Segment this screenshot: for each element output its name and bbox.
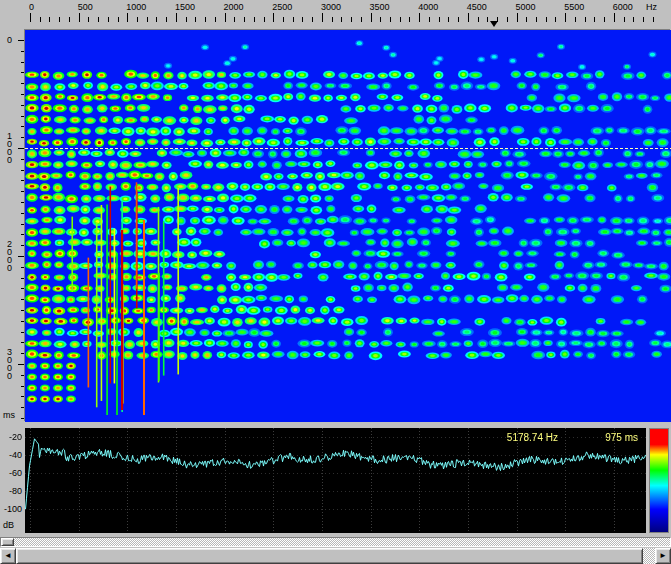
frequency-minor-tick (380, 17, 381, 22)
horizontal-scrollbar: ◄ ► (0, 548, 671, 564)
frequency-tick (614, 13, 615, 22)
frequency-minor-tick (458, 17, 459, 22)
frequency-minor-tick (409, 17, 410, 22)
frequency-tick-label: 500 (78, 2, 93, 12)
time-tick-label: 1000 (7, 132, 17, 164)
frequency-minor-tick (147, 17, 148, 22)
frequency-tick (79, 13, 80, 22)
frequency-minor-tick (98, 17, 99, 22)
frequency-minor-tick (332, 17, 333, 22)
frequency-minor-tick (254, 17, 255, 22)
db-tick-label: -40 (0, 450, 22, 460)
frequency-minor-tick (653, 17, 654, 22)
frequency-minor-tick (643, 17, 644, 22)
frequency-tick (225, 13, 226, 22)
frequency-minor-tick (390, 17, 391, 22)
frequency-minor-tick (507, 17, 508, 22)
time-ruler[interactable]: ms 0100020003000 (0, 30, 25, 422)
frequency-tick-label: 5000 (516, 2, 536, 12)
frequency-ruler[interactable]: Hz 0500100015002000250030003500400045005… (0, 0, 671, 30)
frequency-tick-label: 4000 (418, 2, 438, 12)
frequency-minor-tick (59, 17, 60, 22)
frequency-minor-tick (604, 17, 605, 22)
frequency-minor-tick (108, 17, 109, 22)
frequency-minor-tick (526, 17, 527, 22)
frequency-minor-tick (312, 17, 313, 22)
frequency-tick (371, 13, 372, 22)
frequency-minor-tick (361, 17, 362, 22)
frequency-minor-tick (536, 17, 537, 22)
frequency-minor-tick (585, 17, 586, 22)
frequency-minor-tick (400, 17, 401, 22)
db-tick-label: -100 (0, 504, 22, 514)
frequency-minor-tick (487, 17, 488, 22)
color-scale-legend (649, 428, 669, 533)
frequency-minor-tick (118, 17, 119, 22)
frequency-minor-tick (283, 17, 284, 22)
time-tick-label: 2000 (7, 240, 17, 272)
frequency-tick-label: 6000 (613, 2, 633, 12)
frequency-readout: 5178.74 Hz (507, 432, 558, 443)
frequency-minor-tick (478, 17, 479, 22)
frequency-minor-tick (215, 17, 216, 22)
frequency-minor-tick (137, 17, 138, 22)
frequency-minor-tick (439, 17, 440, 22)
frequency-tick-label: 2500 (272, 2, 292, 12)
frequency-minor-tick (575, 17, 576, 22)
frequency-minor-tick (264, 17, 265, 22)
time-tick (18, 148, 25, 149)
time-tick-label: 3000 (7, 348, 17, 380)
time-readout: 975 ms (605, 432, 638, 443)
frequency-tick-label: 4500 (467, 2, 487, 12)
frequency-tick-label: 2000 (224, 2, 244, 12)
frequency-tick (419, 13, 420, 22)
frequency-minor-tick (69, 17, 70, 22)
frequency-minor-tick (624, 17, 625, 22)
frequency-tick (322, 13, 323, 22)
db-tick-label: -20 (0, 432, 22, 442)
scroll-left-icon: ◄ (4, 551, 12, 560)
frequency-minor-tick (429, 17, 430, 22)
horizontal-scrollbar-thumb[interactable] (16, 548, 643, 564)
time-tick (18, 40, 25, 41)
frequency-tick (517, 13, 518, 22)
frequency-minor-tick (293, 17, 294, 22)
frequency-tick (468, 13, 469, 22)
frequency-minor-tick (302, 17, 303, 22)
frequency-tick-label: 1500 (175, 2, 195, 12)
frequency-minor-tick (633, 17, 634, 22)
frequency-tick-label: 3500 (370, 2, 390, 12)
spectrum-analyzer-panel: 5178.74 Hz 975 ms (25, 428, 646, 533)
frequency-minor-tick (186, 17, 187, 22)
frequency-minor-tick (546, 17, 547, 22)
secondary-scrollbar-track[interactable] (0, 537, 671, 547)
time-unit-label: ms (3, 410, 15, 420)
spectrum-canvas[interactable] (25, 428, 646, 533)
frequency-minor-tick (341, 17, 342, 22)
frequency-tick (176, 13, 177, 22)
time-tick-label: 0 (7, 36, 17, 44)
frequency-tick (273, 13, 274, 22)
frequency-minor-tick (166, 17, 167, 22)
frequency-minor-tick (244, 17, 245, 22)
frequency-minor-tick (49, 17, 50, 22)
spectrogram-app-window: Hz 0500100015002000250030003500400045005… (0, 0, 671, 564)
frequency-unit-label: Hz (646, 2, 657, 12)
frequency-minor-tick (88, 17, 89, 22)
scroll-right-button[interactable]: ► (655, 548, 671, 564)
scroll-left-button[interactable]: ◄ (0, 548, 16, 564)
frequency-tick-label: 5500 (564, 2, 584, 12)
frequency-tick-label: 3000 (321, 2, 341, 12)
frequency-minor-tick (205, 17, 206, 22)
frequency-minor-tick (448, 17, 449, 22)
db-tick-label: -60 (0, 468, 22, 478)
frequency-tick-label: 0 (29, 2, 34, 12)
time-tick (18, 256, 25, 257)
secondary-scrollbar-thumb[interactable] (1, 538, 14, 546)
db-tick-label: -80 (0, 486, 22, 496)
horizontal-scrollbar-track[interactable] (16, 548, 655, 564)
frequency-minor-tick (497, 17, 498, 22)
spectrogram-canvas[interactable] (25, 30, 671, 422)
frequency-tick (30, 13, 31, 22)
frequency-minor-tick (555, 17, 556, 22)
